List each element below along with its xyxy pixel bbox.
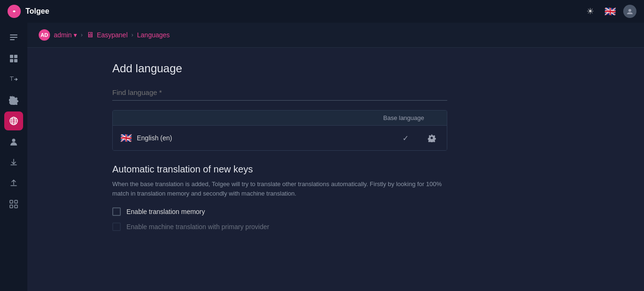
sidebar-item-export[interactable] <box>4 174 23 193</box>
svg-rect-7 <box>10 59 13 62</box>
enable-machine-translation-row: Enable machine translation with primary … <box>112 223 452 231</box>
admin-label: admin <box>54 31 72 39</box>
language-label: English (en) <box>137 134 172 142</box>
base-language-checkmark: ✓ <box>386 134 424 143</box>
sidebar-item-import[interactable] <box>4 153 23 172</box>
dropdown-chevron-icon: ▾ <box>74 31 77 39</box>
auto-translation-section: Automatic translation of new keys When t… <box>112 164 452 231</box>
table-header: Base language <box>113 111 447 126</box>
sidebar-item-feed[interactable] <box>4 28 23 47</box>
svg-rect-2 <box>10 34 17 35</box>
enable-machine-translation-checkbox[interactable] <box>112 223 121 231</box>
sidebar-item-dashboard[interactable] <box>4 49 23 68</box>
svg-rect-18 <box>10 200 13 203</box>
topbar-left: Tolgee <box>8 5 49 18</box>
topbar: Tolgee ☀ 🇬🇧 <box>0 0 644 23</box>
language-settings-button[interactable] <box>424 130 439 146</box>
current-page-label: Languages <box>137 31 170 39</box>
breadcrumb: AD admin ▾ › 🖥 Easypanel › Languages <box>27 23 644 48</box>
project-breadcrumb-link[interactable]: 🖥 Easypanel <box>86 31 127 39</box>
user-avatar-icon[interactable] <box>623 5 636 18</box>
svg-rect-5 <box>10 55 13 58</box>
project-icon: 🖥 <box>86 31 94 39</box>
svg-point-11 <box>12 99 15 102</box>
svg-rect-20 <box>10 205 13 208</box>
content-area: AD admin ▾ › 🖥 Easypanel › Languages Add… <box>27 23 644 291</box>
language-flag-icon[interactable]: 🇬🇧 <box>603 5 617 18</box>
find-language-wrapper <box>112 86 452 101</box>
table-row: 🇬🇧 English (en) ✓ <box>113 126 447 150</box>
svg-point-22 <box>431 137 433 139</box>
enable-translation-memory-label[interactable]: Enable translation memory <box>126 208 205 215</box>
sidebar-item-integrations[interactable] <box>4 195 23 214</box>
page-title: Add language <box>112 62 452 75</box>
svg-rect-21 <box>15 205 17 208</box>
topbar-right: ☀ 🇬🇧 <box>584 5 636 18</box>
breadcrumb-arrow-1: › <box>81 32 83 38</box>
project-label: Easypanel <box>97 31 127 39</box>
enable-translation-memory-checkbox[interactable] <box>112 207 121 216</box>
find-language-input[interactable] <box>112 86 447 101</box>
enable-translation-memory-row: Enable translation memory <box>112 207 452 216</box>
svg-rect-19 <box>15 200 17 203</box>
sidebar <box>0 23 27 291</box>
section-title: Automatic translation of new keys <box>112 164 452 175</box>
section-description: When the base translation is added, Tolg… <box>112 180 447 198</box>
main-layout: AD admin ▾ › 🖥 Easypanel › Languages Add… <box>0 23 644 291</box>
admin-breadcrumb-link[interactable]: admin ▾ <box>54 31 77 39</box>
sidebar-item-members[interactable] <box>4 132 23 151</box>
sidebar-item-translations[interactable] <box>4 70 23 89</box>
languages-table: Base language 🇬🇧 English (en) ✓ <box>112 110 447 151</box>
tolgee-logo-icon[interactable] <box>8 5 21 18</box>
svg-rect-6 <box>14 55 17 58</box>
svg-rect-4 <box>10 39 15 40</box>
sidebar-item-settings[interactable] <box>4 91 23 110</box>
language-name: 🇬🇧 English (en) <box>120 132 386 144</box>
enable-machine-translation-label: Enable machine translation with primary … <box>126 223 269 231</box>
app-title: Tolgee <box>25 7 49 16</box>
svg-rect-3 <box>10 37 17 38</box>
svg-point-17 <box>12 139 16 142</box>
language-flag-icon: 🇬🇧 <box>120 132 132 144</box>
base-language-header: Base language <box>383 114 424 121</box>
svg-rect-10 <box>11 77 12 81</box>
page-content: Add language Base language 🇬🇧 English (e… <box>27 48 546 252</box>
user-initials-avatar: AD <box>39 29 50 41</box>
sidebar-item-languages[interactable] <box>4 111 23 130</box>
breadcrumb-arrow-2: › <box>132 32 134 38</box>
sun-icon[interactable]: ☀ <box>584 5 597 18</box>
svg-point-1 <box>628 9 631 12</box>
svg-rect-8 <box>14 59 17 62</box>
